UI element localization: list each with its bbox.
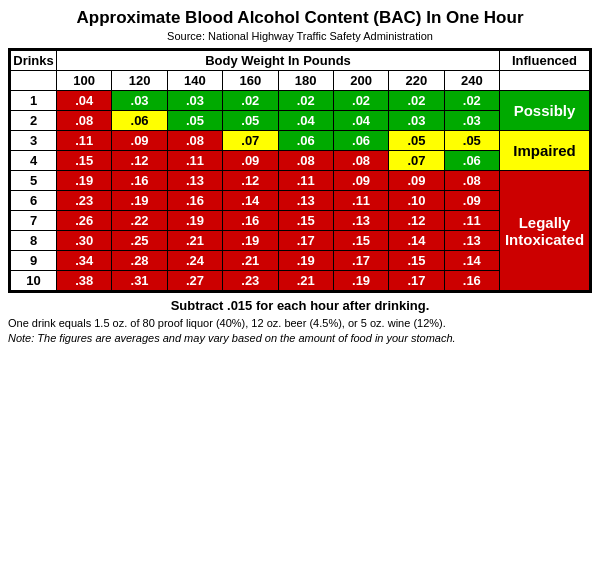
bac-cell: .09 bbox=[223, 151, 278, 171]
bac-cell: .11 bbox=[167, 151, 222, 171]
bac-cell: .19 bbox=[57, 171, 112, 191]
bac-cell: .02 bbox=[278, 91, 333, 111]
bac-cell: .09 bbox=[389, 171, 444, 191]
bac-cell: .05 bbox=[444, 131, 499, 151]
bac-cell: .03 bbox=[167, 91, 222, 111]
drinks-cell: 6 bbox=[11, 191, 57, 211]
bac-cell: .22 bbox=[112, 211, 167, 231]
bac-cell: .23 bbox=[57, 191, 112, 211]
bac-cell: .17 bbox=[278, 231, 333, 251]
weight-100: 100 bbox=[57, 71, 112, 91]
bac-cell: .11 bbox=[444, 211, 499, 231]
bac-cell: .08 bbox=[57, 111, 112, 131]
bac-cell: .21 bbox=[223, 251, 278, 271]
bac-cell: .16 bbox=[444, 271, 499, 291]
bac-cell: .19 bbox=[167, 211, 222, 231]
bac-cell: .12 bbox=[389, 211, 444, 231]
bac-cell: .04 bbox=[333, 111, 388, 131]
influenced-col-blank bbox=[500, 71, 590, 91]
footer-bold: Subtract .015 for each hour after drinki… bbox=[8, 298, 592, 313]
bac-cell: .34 bbox=[57, 251, 112, 271]
drinks-cell: 9 bbox=[11, 251, 57, 271]
drinks-header: Drinks bbox=[11, 51, 57, 71]
bac-cell: .02 bbox=[223, 91, 278, 111]
bac-cell: .07 bbox=[223, 131, 278, 151]
bac-cell: .16 bbox=[223, 211, 278, 231]
bac-cell: .09 bbox=[112, 131, 167, 151]
weight-240: 240 bbox=[444, 71, 499, 91]
bac-cell: .28 bbox=[112, 251, 167, 271]
bac-cell: .08 bbox=[167, 131, 222, 151]
bac-cell: .03 bbox=[389, 111, 444, 131]
bac-cell: .17 bbox=[389, 271, 444, 291]
drinks-cell: 4 bbox=[11, 151, 57, 171]
bac-cell: .06 bbox=[278, 131, 333, 151]
bac-cell: .38 bbox=[57, 271, 112, 291]
bac-cell: .03 bbox=[444, 111, 499, 131]
weight-220: 220 bbox=[389, 71, 444, 91]
bac-cell: .11 bbox=[278, 171, 333, 191]
bac-cell: .11 bbox=[333, 191, 388, 211]
drinks-cell: 5 bbox=[11, 171, 57, 191]
footer-note: One drink equals 1.5 oz. of 80 proof liq… bbox=[8, 316, 592, 347]
bac-cell: .26 bbox=[57, 211, 112, 231]
influenced-impaired: Impaired bbox=[500, 131, 590, 171]
body-weight-header: Body Weight In Pounds bbox=[57, 51, 500, 71]
bac-cell: .15 bbox=[333, 231, 388, 251]
drinks-cell: 7 bbox=[11, 211, 57, 231]
bac-cell: .27 bbox=[167, 271, 222, 291]
bac-cell: .19 bbox=[278, 251, 333, 271]
bac-cell: .14 bbox=[223, 191, 278, 211]
bac-cell: .31 bbox=[112, 271, 167, 291]
bac-cell: .16 bbox=[112, 171, 167, 191]
bac-cell: .02 bbox=[389, 91, 444, 111]
bac-cell: .15 bbox=[278, 211, 333, 231]
bac-cell: .19 bbox=[112, 191, 167, 211]
weight-140: 140 bbox=[167, 71, 222, 91]
bac-cell: .02 bbox=[333, 91, 388, 111]
influenced-possibly: Possibly bbox=[500, 91, 590, 131]
bac-cell: .02 bbox=[444, 91, 499, 111]
bac-cell: .05 bbox=[167, 111, 222, 131]
weight-120: 120 bbox=[112, 71, 167, 91]
bac-cell: .13 bbox=[167, 171, 222, 191]
bac-cell: .30 bbox=[57, 231, 112, 251]
bac-cell: .05 bbox=[223, 111, 278, 131]
weight-200: 200 bbox=[333, 71, 388, 91]
bac-cell: .19 bbox=[333, 271, 388, 291]
bac-cell: .25 bbox=[112, 231, 167, 251]
bac-cell: .14 bbox=[389, 231, 444, 251]
bac-cell: .06 bbox=[333, 131, 388, 151]
bac-cell: .05 bbox=[389, 131, 444, 151]
bac-cell: .23 bbox=[223, 271, 278, 291]
weight-180: 180 bbox=[278, 71, 333, 91]
bac-cell: .11 bbox=[57, 131, 112, 151]
bac-cell: .07 bbox=[389, 151, 444, 171]
bac-cell: .24 bbox=[167, 251, 222, 271]
main-title: Approximate Blood Alcohol Content (BAC) … bbox=[8, 8, 592, 28]
drinks-col-blank bbox=[11, 71, 57, 91]
influenced-legally-intoxicated: LegallyIntoxicated bbox=[500, 171, 590, 291]
bac-cell: .06 bbox=[112, 111, 167, 131]
bac-cell: .09 bbox=[333, 171, 388, 191]
bac-cell: .04 bbox=[57, 91, 112, 111]
bac-cell: .03 bbox=[112, 91, 167, 111]
bac-cell: .13 bbox=[278, 191, 333, 211]
bac-cell: .09 bbox=[444, 191, 499, 211]
drinks-cell: 2 bbox=[11, 111, 57, 131]
influenced-header: Influenced bbox=[500, 51, 590, 71]
bac-cell: .16 bbox=[167, 191, 222, 211]
drinks-cell: 10 bbox=[11, 271, 57, 291]
bac-cell: .12 bbox=[223, 171, 278, 191]
bac-cell: .13 bbox=[333, 211, 388, 231]
drinks-cell: 8 bbox=[11, 231, 57, 251]
bac-cell: .14 bbox=[444, 251, 499, 271]
bac-cell: .19 bbox=[223, 231, 278, 251]
subtitle: Source: National Highway Traffic Safety … bbox=[8, 30, 592, 42]
bac-cell: .15 bbox=[57, 151, 112, 171]
weight-160: 160 bbox=[223, 71, 278, 91]
drinks-cell: 1 bbox=[11, 91, 57, 111]
bac-cell: .17 bbox=[333, 251, 388, 271]
bac-cell: .08 bbox=[278, 151, 333, 171]
bac-cell: .06 bbox=[444, 151, 499, 171]
